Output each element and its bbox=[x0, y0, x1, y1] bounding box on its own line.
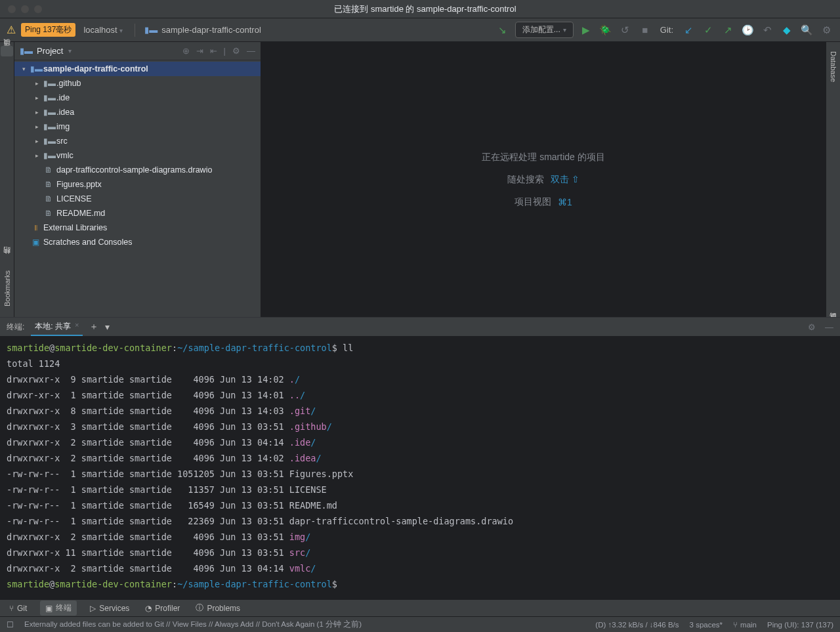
tree-file[interactable]: 🗎README.md bbox=[14, 206, 261, 221]
left-tab-structure[interactable]: 结构 bbox=[1, 255, 13, 265]
minimize-window-icon[interactable] bbox=[21, 5, 29, 13]
folder-icon: ▮▬ bbox=[144, 25, 158, 35]
folder-icon: ▮▬ bbox=[43, 79, 54, 88]
close-window-icon[interactable] bbox=[8, 5, 16, 13]
terminal-line: -rw-rw-r-- 1 smartide smartide 11357 Jun… bbox=[7, 482, 833, 497]
status-icon[interactable]: ☐ bbox=[7, 620, 14, 629]
close-icon[interactable]: × bbox=[75, 321, 79, 332]
twb-problems[interactable]: ⓘProblems bbox=[193, 601, 243, 615]
history-icon[interactable]: 🕑 bbox=[740, 24, 755, 36]
divider bbox=[135, 24, 135, 37]
branch-icon: ⑂ bbox=[9, 604, 14, 613]
code-with-me-icon[interactable]: ◆ bbox=[780, 24, 794, 36]
editor-hint-projview: 项目视图 ⌘1 bbox=[514, 196, 572, 208]
tree-folder[interactable]: ▮▬vmlc bbox=[14, 148, 261, 163]
tree-folder[interactable]: ▮▬.idea bbox=[14, 105, 261, 119]
twb-profiler[interactable]: ◔Profiler bbox=[142, 602, 182, 614]
project-tree[interactable]: ▮▬ sample-dapr-traffic-control ▮▬.github… bbox=[14, 60, 261, 317]
left-tab-project[interactable]: 项目 bbox=[1, 46, 13, 56]
status-branch[interactable]: ⑂main bbox=[733, 621, 757, 629]
left-tab-bookmarks[interactable]: Bookmarks bbox=[2, 265, 12, 312]
maximize-window-icon[interactable] bbox=[34, 5, 42, 13]
expand-all-icon[interactable]: ⇥ bbox=[196, 46, 203, 56]
divider: | bbox=[224, 46, 226, 56]
terminal-body[interactable]: smartide@smartide-dev-container:~/sample… bbox=[0, 336, 840, 599]
expand-icon[interactable] bbox=[33, 138, 41, 144]
terminal-line: drwxrwxr-x 2 smartide smartide 4096 Jun … bbox=[7, 434, 833, 450]
terminal-line: drwxrwxr-x 2 smartide smartide 4096 Jun … bbox=[7, 560, 833, 576]
scratches-consoles[interactable]: ▣ Scratches and Consoles bbox=[14, 235, 261, 249]
chevron-down-icon[interactable]: ▾ bbox=[105, 322, 110, 332]
expand-icon[interactable] bbox=[33, 80, 41, 87]
stop-icon[interactable]: ■ bbox=[638, 24, 652, 35]
expand-icon[interactable] bbox=[33, 123, 41, 130]
folder-icon: ▮▬ bbox=[43, 93, 54, 102]
gear-icon[interactable]: ⚙ bbox=[232, 46, 240, 56]
project-title[interactable]: Project bbox=[37, 46, 63, 56]
expand-icon[interactable] bbox=[33, 152, 41, 159]
status-indent[interactable]: 3 spaces* bbox=[690, 621, 723, 629]
host-selector[interactable]: localhost ▾ bbox=[81, 25, 125, 35]
terminal-tab[interactable]: 本地: 共享 × bbox=[31, 318, 83, 336]
status-ping[interactable]: Ping (UI): 137 (137) bbox=[767, 621, 833, 629]
terminal-label: 终端: bbox=[7, 322, 24, 333]
tree-file[interactable]: 🗎Figures.pptx bbox=[14, 177, 261, 192]
tree-folder[interactable]: ▮▬.github bbox=[14, 76, 261, 91]
problems-icon: ⓘ bbox=[196, 602, 203, 614]
project-header: ▮▬ Project ▾ ⊕ ⇥ ⇤ | ⚙ — bbox=[14, 42, 261, 60]
terminal-line: -rw-rw-r-- 1 smartide smartide 22369 Jun… bbox=[7, 513, 833, 529]
terminal-line: drwxrwxr-x 3 smartide smartide 4096 Jun … bbox=[7, 419, 833, 434]
add-terminal-icon[interactable]: ＋ bbox=[89, 321, 98, 333]
file-icon: 🗎 bbox=[43, 165, 54, 175]
chevron-down-icon[interactable]: ▾ bbox=[68, 47, 72, 54]
debug-icon[interactable]: 🪲 bbox=[598, 24, 613, 36]
tree-file[interactable]: 🗎LICENSE bbox=[14, 192, 261, 206]
expand-icon[interactable] bbox=[33, 109, 41, 116]
select-opened-icon[interactable]: ⊕ bbox=[182, 46, 190, 56]
expand-icon[interactable] bbox=[20, 66, 28, 72]
status-network[interactable]: (D) ↑3.32 kB/s / ↓846 B/s bbox=[595, 621, 679, 629]
twb-terminal[interactable]: ▣终端 bbox=[40, 600, 77, 616]
build-icon[interactable]: ↘ bbox=[495, 24, 510, 36]
twb-services[interactable]: ▷Services bbox=[87, 602, 132, 614]
git-commit-icon[interactable]: ✓ bbox=[701, 24, 715, 36]
settings-icon[interactable]: ⚙ bbox=[819, 24, 833, 36]
expand-icon[interactable] bbox=[33, 95, 41, 101]
tool-window-bar: ⑂Git ▣终端 ▷Services ◔Profiler ⓘProblems bbox=[0, 599, 840, 616]
rollback-icon[interactable]: ↶ bbox=[760, 24, 774, 36]
status-bar: ☐ Externally added files can be added to… bbox=[0, 616, 840, 632]
folder-icon: ▮▬ bbox=[20, 46, 33, 56]
warning-icon[interactable]: ⚠ bbox=[7, 24, 16, 36]
right-tab-database[interactable]: Database bbox=[828, 46, 839, 87]
profiler-icon: ◔ bbox=[145, 604, 152, 613]
external-libraries[interactable]: ⫴ External Libraries bbox=[14, 221, 261, 235]
project-pane: ▮▬ Project ▾ ⊕ ⇥ ⇤ | ⚙ — ▮▬ sample-dapr-… bbox=[14, 42, 261, 317]
file-icon: 🗎 bbox=[43, 180, 54, 189]
tree-root[interactable]: ▮▬ sample-dapr-traffic-control bbox=[14, 62, 261, 76]
editor-hint-remote: 正在远程处理 smartide 的项目 bbox=[482, 152, 604, 163]
ping-badge[interactable]: Ping 137毫秒 bbox=[21, 23, 75, 37]
git-push-icon[interactable]: ↗ bbox=[721, 24, 735, 36]
folder-icon: ▮▬ bbox=[43, 108, 54, 117]
twb-git[interactable]: ⑂Git bbox=[7, 602, 30, 614]
coverage-icon[interactable]: ↺ bbox=[618, 24, 633, 36]
tree-folder[interactable]: ▮▬src bbox=[14, 134, 261, 148]
right-tab-notify[interactable]: 通知 bbox=[827, 301, 839, 312]
gear-icon[interactable]: ⚙ bbox=[808, 322, 816, 332]
breadcrumb[interactable]: ▮▬ sample-dapr-traffic-control bbox=[144, 25, 261, 35]
tree-folder[interactable]: ▮▬img bbox=[14, 119, 261, 134]
terminal-line: drwxrwxr-x 9 smartide smartide 4096 Jun … bbox=[7, 371, 833, 387]
collapse-all-icon[interactable]: ⇤ bbox=[210, 46, 217, 56]
git-pull-icon[interactable]: ↙ bbox=[681, 24, 696, 36]
run-config-button[interactable]: 添加配置...▾ bbox=[515, 22, 574, 38]
search-icon[interactable]: 🔍 bbox=[799, 24, 814, 36]
hide-icon[interactable]: — bbox=[825, 322, 833, 332]
run-icon[interactable]: ▶ bbox=[579, 24, 593, 36]
tree-folder[interactable]: ▮▬.ide bbox=[14, 91, 261, 105]
file-icon: 🗎 bbox=[43, 194, 54, 203]
tree-file[interactable]: 🗎dapr-trafficcontrol-sample-diagrams.dra… bbox=[14, 163, 261, 177]
terminal-line: drwxr-xr-x 1 smartide smartide 4096 Jun … bbox=[7, 387, 833, 403]
status-message[interactable]: Externally added files can be added to G… bbox=[24, 620, 585, 629]
titlebar: 已连接到 smartide 的 sample-dapr-traffic-cont… bbox=[0, 0, 840, 18]
hide-icon[interactable]: — bbox=[247, 46, 255, 56]
